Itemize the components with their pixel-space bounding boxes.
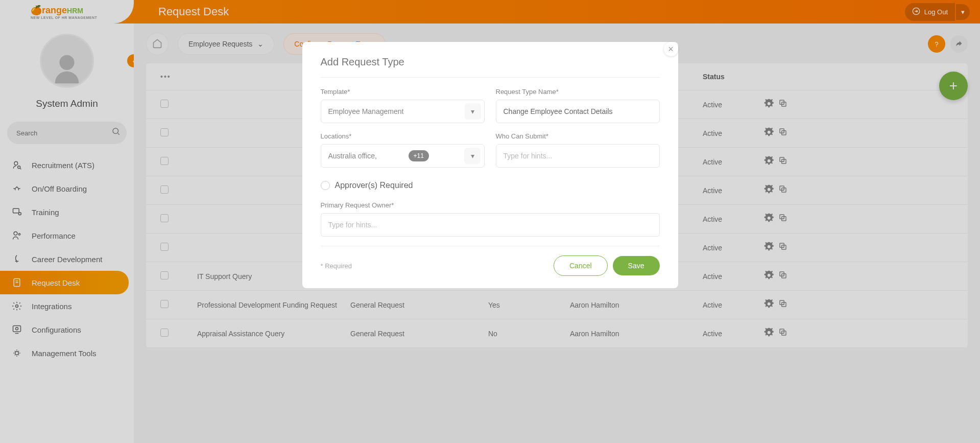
approver-required-label: Approver(s) Required [335, 181, 413, 190]
who-can-submit-field[interactable] [496, 144, 660, 168]
approver-required-checkbox[interactable] [321, 181, 330, 190]
modal-overlay: × Add Request Type Template* Employee Ma… [0, 0, 980, 443]
cancel-button[interactable]: Cancel [554, 255, 608, 276]
locations-select[interactable]: Australia office, +11 ▾ [321, 144, 485, 168]
request-name-input[interactable] [504, 107, 652, 115]
caret-down-icon: ▾ [471, 152, 474, 160]
template-value: Employee Management [328, 107, 404, 115]
template-select[interactable]: Employee Management ▾ [321, 100, 485, 123]
template-label: Template* [321, 88, 485, 96]
locations-caret[interactable]: ▾ [464, 148, 481, 164]
modal-footer: * Required Cancel Save [321, 246, 660, 276]
primary-owner-input[interactable] [328, 221, 652, 229]
save-button[interactable]: Save [613, 256, 660, 275]
divider [321, 77, 660, 78]
locations-value: Australia office, [328, 152, 377, 160]
locations-label: Locations* [321, 132, 485, 140]
request-name-field[interactable] [496, 100, 660, 123]
who-can-submit-input[interactable] [504, 152, 652, 160]
primary-owner-field[interactable] [321, 213, 660, 237]
who-can-submit-label: Who Can Submit* [496, 132, 660, 140]
required-note: * Required [321, 262, 352, 270]
approver-required-checkbox-row[interactable]: Approver(s) Required [321, 181, 660, 190]
modal-title: Add Request Type [321, 56, 660, 68]
caret-down-icon: ▾ [471, 107, 474, 115]
locations-count-badge: +11 [409, 150, 429, 161]
request-name-label: Request Type Name* [496, 88, 660, 96]
primary-owner-label: Primary Request Owner* [321, 201, 660, 209]
modal-close-button[interactable]: × [664, 42, 678, 56]
add-request-type-modal: × Add Request Type Template* Employee Ma… [302, 42, 678, 288]
close-icon: × [668, 44, 674, 54]
template-caret[interactable]: ▾ [465, 103, 481, 120]
